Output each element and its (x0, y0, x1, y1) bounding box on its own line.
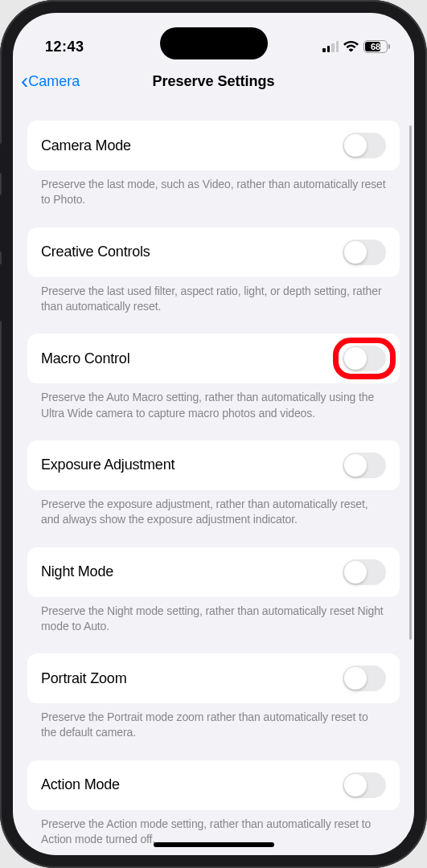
row-portrait-zoom: Portrait Zoom (27, 653, 400, 703)
scrollbar[interactable] (409, 125, 412, 640)
back-button[interactable]: ‹ Camera (21, 70, 80, 92)
row-macro-control: Macro Control (27, 334, 400, 383)
toggle-camera-mode[interactable] (343, 133, 386, 158)
row-night-mode: Night Mode (27, 547, 400, 597)
notch (160, 27, 268, 59)
side-button (0, 143, 2, 174)
status-right: 68 (322, 40, 390, 53)
chevron-left-icon: ‹ (21, 70, 28, 92)
toggle-knob (344, 134, 367, 157)
wifi-icon (343, 41, 359, 52)
toggle-exposure-adjustment[interactable] (343, 452, 386, 478)
desc-exposure-adjustment: Preserve the exposure adjustment, rather… (27, 490, 400, 547)
desc-night-mode: Preserve the Night mode setting, rather … (27, 597, 400, 654)
label-creative-controls: Creative Controls (41, 244, 150, 260)
label-exposure-adjustment: Exposure Adjustment (41, 457, 174, 473)
side-button (0, 264, 2, 321)
side-button (0, 194, 2, 252)
row-action-mode: Action Mode (27, 760, 400, 810)
page-title: Preserve Settings (152, 73, 274, 90)
toggle-action-mode[interactable] (343, 772, 386, 798)
toggle-knob (344, 347, 367, 370)
label-macro-control: Macro Control (41, 350, 129, 367)
screen: 12:43 68 ‹ Camera (13, 13, 414, 855)
desc-creative-controls: Preserve the last used filter, aspect ra… (27, 277, 400, 334)
toggle-knob (344, 241, 367, 264)
desc-action-mode: Preserve the Action mode setting, rather… (27, 810, 400, 855)
toggle-knob (344, 774, 367, 796)
desc-macro-control: Preserve the Auto Macro setting, rather … (27, 383, 400, 440)
label-camera-mode: Camera Mode (41, 137, 131, 154)
label-portrait-zoom: Portrait Zoom (41, 670, 126, 687)
status-time: 12:43 (45, 39, 84, 55)
row-exposure-adjustment: Exposure Adjustment (27, 440, 400, 490)
desc-portrait-zoom: Preserve the Portrait mode zoom rather t… (27, 703, 400, 760)
toggle-portrait-zoom[interactable] (343, 665, 386, 691)
home-indicator[interactable] (154, 842, 274, 847)
toggle-night-mode[interactable] (343, 559, 386, 585)
content[interactable]: Camera Mode Preserve the last mode, such… (13, 100, 414, 855)
cellular-signal-icon (322, 41, 339, 52)
row-camera-mode: Camera Mode (27, 121, 400, 170)
row-creative-controls: Creative Controls (27, 227, 400, 277)
label-night-mode: Night Mode (41, 563, 113, 580)
label-action-mode: Action Mode (41, 776, 120, 793)
nav-header: ‹ Camera Preserve Settings (13, 63, 414, 100)
toggle-knob (344, 454, 367, 477)
phone-frame: 12:43 68 ‹ Camera (0, 0, 427, 868)
toggle-macro-control[interactable] (343, 346, 386, 371)
toggle-knob (344, 667, 367, 690)
battery-icon: 68 (363, 40, 390, 53)
toggle-creative-controls[interactable] (343, 240, 386, 265)
desc-camera-mode: Preserve the last mode, such as Video, r… (27, 170, 400, 227)
back-label: Camera (28, 73, 80, 90)
toggle-knob (344, 561, 367, 583)
